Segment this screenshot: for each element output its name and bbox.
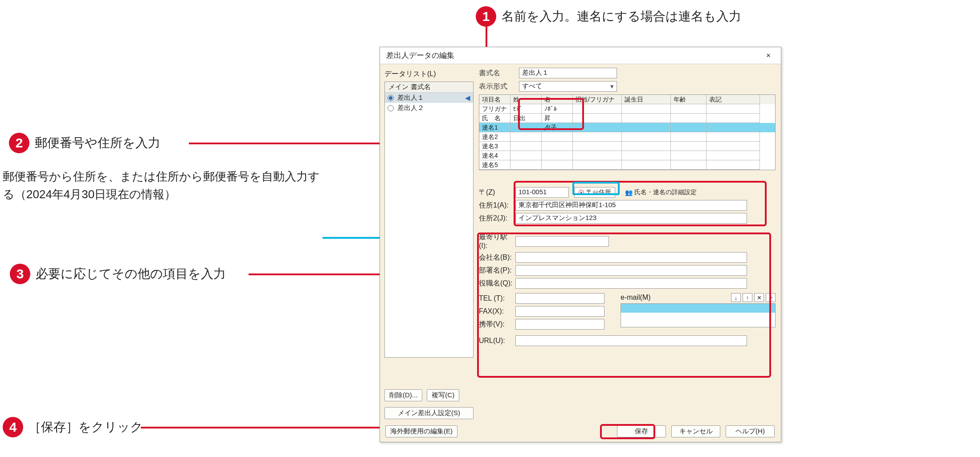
cell[interactable] (622, 132, 671, 142)
grid-row-renmei2[interactable]: 連名2 (479, 132, 775, 142)
sender-edit-dialog: 差出人データの編集 × データリスト(L) メイン 書式名 差出人１ ◀ 差出人… (380, 47, 781, 442)
cell[interactable] (573, 104, 622, 114)
grid-row-renmei5[interactable]: 連名5 (479, 160, 775, 170)
cell[interactable] (706, 104, 760, 114)
callout-3-text: 必要に応じてその他の項目を入力 (36, 265, 226, 282)
save-button[interactable]: 保存 (617, 425, 666, 437)
cell[interactable] (706, 123, 760, 132)
cell[interactable] (671, 104, 706, 114)
cell[interactable] (622, 142, 671, 151)
cell[interactable] (706, 114, 760, 123)
data-list-item-2[interactable]: 差出人２ (385, 103, 473, 113)
cell[interactable] (573, 123, 622, 132)
cell[interactable]: ﾋﾃﾞ (510, 104, 542, 114)
callout-4: 4 ［保存］をクリック (3, 417, 143, 437)
cancel-button[interactable]: キャンセル (671, 425, 720, 437)
help-button[interactable]: ヘルプ(H) (726, 425, 775, 437)
cell[interactable] (510, 142, 542, 151)
copy-button[interactable]: 複写(C) (427, 389, 459, 401)
cell[interactable] (706, 132, 760, 142)
display-type-select[interactable]: すべて (519, 81, 617, 92)
cell[interactable] (542, 160, 573, 170)
data-list-item-1[interactable]: 差出人１ ◀ (385, 93, 473, 103)
grid-row-renmei3[interactable]: 連名3 (479, 142, 775, 151)
delete-button[interactable]: 削除(D)... (384, 389, 422, 401)
zip-row: 〒(Z) 101-0051 ⦿ 〒⇔住所 👥 氏名・連名の詳細設定 (479, 187, 776, 198)
cell[interactable] (622, 151, 671, 160)
radio-on-icon[interactable] (388, 95, 394, 101)
cell[interactable] (622, 123, 671, 132)
email-add-button[interactable]: ＋ (766, 293, 776, 302)
email-remove-button[interactable]: ✕ (754, 293, 764, 302)
sidebar-buttons: 削除(D)... 複写(C) (384, 389, 474, 401)
sidebar-buttons-2: メイン差出人設定(S) (384, 407, 474, 419)
name-detail-button[interactable]: 👥 氏名・連名の詳細設定 (621, 188, 700, 197)
format-name-input[interactable]: 差出人１ (519, 68, 617, 78)
name-grid[interactable]: 項目名 姓 名 旧姓/フリガナ 誕生日 年齢 表記 フリガナ ﾋﾃﾞ ﾉﾎﾞﾙ … (479, 94, 776, 170)
addr1-input[interactable]: 東京都千代田区神田神保町1-105 (515, 200, 747, 211)
callout-note-text: 郵便番号から住所を、または住所から郵便番号を自動入力する（2024年4月30日現… (3, 170, 320, 201)
addr2-input[interactable]: インプレスマンション123 (515, 213, 747, 224)
cell[interactable] (622, 104, 671, 114)
cell[interactable]: 日出 (510, 114, 542, 123)
cell[interactable] (510, 123, 542, 132)
data-list[interactable]: メイン 書式名 差出人１ ◀ 差出人２ (384, 82, 474, 358)
cell[interactable] (671, 160, 706, 170)
station-input[interactable] (515, 236, 609, 247)
data-list-panel: データリスト(L) メイン 書式名 差出人１ ◀ 差出人２ (384, 69, 474, 358)
grid-row-renmei4[interactable]: 連名4 (479, 151, 775, 160)
dept-input[interactable] (515, 265, 747, 276)
fax-label: FAX(X): (479, 307, 515, 315)
cell[interactable] (573, 142, 622, 151)
title-input[interactable] (515, 278, 747, 289)
cell[interactable] (573, 114, 622, 123)
cell[interactable] (671, 151, 706, 160)
tel-input[interactable] (515, 293, 604, 304)
grid-header: 項目名 姓 名 旧姓/フリガナ 誕生日 年齢 表記 (479, 95, 775, 104)
cell[interactable] (542, 151, 573, 160)
cell[interactable] (622, 160, 671, 170)
cell[interactable] (671, 142, 706, 151)
cell[interactable] (542, 132, 573, 142)
fax-input[interactable] (515, 306, 604, 317)
chevron-left-icon: ◀ (465, 94, 470, 102)
cell[interactable] (573, 132, 622, 142)
cell[interactable] (622, 114, 671, 123)
data-list-label: データリスト(L) (384, 69, 474, 79)
mobile-input[interactable] (515, 319, 604, 330)
close-icon[interactable]: × (760, 49, 777, 62)
cell[interactable] (671, 123, 706, 132)
callout-4-bubble: 4 (3, 417, 23, 437)
zip-input[interactable]: 101-0051 (515, 187, 569, 198)
company-input[interactable] (515, 252, 747, 263)
email-down-button[interactable]: ↓ (731, 293, 741, 302)
grid-row-name[interactable]: 氏 名 日出 昇 (479, 114, 775, 123)
zip-address-toggle-button[interactable]: ⦿ 〒⇔住所 (574, 187, 615, 198)
cell[interactable] (510, 151, 542, 160)
cell[interactable]: 昇 (542, 114, 573, 123)
email-item-selected[interactable] (621, 304, 775, 313)
cell[interactable] (706, 160, 760, 170)
cell[interactable] (671, 114, 706, 123)
data-list-head-main: メイン (388, 83, 411, 91)
grid-row-furigana[interactable]: フリガナ ﾋﾃﾞ ﾉﾎﾞﾙ (479, 104, 775, 114)
cell[interactable] (573, 151, 622, 160)
cell[interactable] (671, 132, 706, 142)
overseas-edit-button[interactable]: 海外郵便用の編集(E) (385, 425, 457, 437)
cell[interactable] (706, 151, 760, 160)
cell[interactable] (706, 142, 760, 151)
cell[interactable]: ﾉﾎﾞﾙ (542, 104, 573, 114)
email-list[interactable] (621, 303, 776, 327)
cell[interactable]: 夕子 (542, 123, 573, 132)
url-input[interactable] (515, 335, 747, 346)
radio-off-icon[interactable] (388, 105, 394, 111)
callout-3: 3 必要に応じてその他の項目を入力 (10, 264, 226, 284)
grid-row-renmei1[interactable]: 連名1 夕子 (479, 123, 775, 132)
cell[interactable] (573, 160, 622, 170)
callout-2: 2 郵便番号や住所を入力 (9, 133, 160, 153)
cell[interactable] (542, 142, 573, 151)
cell[interactable] (510, 132, 542, 142)
set-main-sender-button[interactable]: メイン差出人設定(S) (384, 407, 474, 419)
email-up-button[interactable]: ↑ (743, 293, 752, 302)
cell[interactable] (510, 160, 542, 170)
